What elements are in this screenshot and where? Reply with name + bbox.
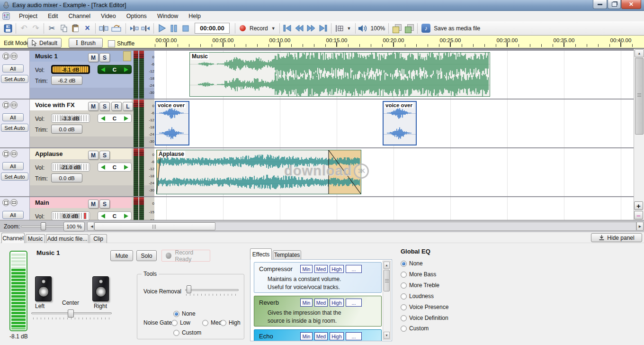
voice-removal-slider-track[interactable] xyxy=(185,289,239,291)
tab-add-music-file[interactable]: Add music file... xyxy=(46,234,89,243)
clip-voice-over-1[interactable]: voice over xyxy=(155,101,189,145)
cut-button[interactable]: ✂ xyxy=(46,22,58,34)
save-button[interactable] xyxy=(2,22,14,34)
clip-music[interactable]: Music xyxy=(189,52,490,97)
effect-med-button[interactable]: Med xyxy=(314,332,328,340)
track-mute-button[interactable]: M xyxy=(88,151,98,160)
eq-loudness-radio[interactable]: Loudness xyxy=(401,293,434,300)
track-mute-button[interactable]: M xyxy=(88,53,98,62)
track-collapse-button[interactable] xyxy=(10,101,18,109)
pan-left-icon[interactable] xyxy=(101,116,105,121)
track-volume-slider[interactable]: 0.0 dB xyxy=(51,211,90,220)
track-all-button[interactable]: All xyxy=(2,211,24,219)
menu-channel[interactable]: Channel xyxy=(63,11,96,21)
effect-min-button[interactable]: Min xyxy=(300,265,313,273)
redo-button[interactable]: ↷ xyxy=(30,22,42,34)
track-title-bar[interactable]: Main xyxy=(29,197,132,208)
brush-mode-button[interactable]: I Brush xyxy=(69,38,103,48)
effect-med-button[interactable]: Med xyxy=(314,299,328,307)
track-collapse-button[interactable] xyxy=(10,199,18,206)
track-all-button[interactable]: All xyxy=(2,162,24,170)
track-expand-button[interactable] xyxy=(2,150,9,157)
noise-gate-none-radio[interactable]: None xyxy=(173,310,196,317)
track-volume-slider[interactable]: -21.0 dB xyxy=(51,163,90,172)
effect-more-button[interactable]: ... xyxy=(346,265,362,273)
noise-gate-med-radio[interactable]: Med xyxy=(202,319,222,326)
pan-right-icon[interactable] xyxy=(124,214,128,218)
hide-panel-button[interactable]: Hide panel xyxy=(591,233,642,242)
split-clip-button[interactable] xyxy=(98,22,109,34)
tab-music[interactable]: Music xyxy=(26,234,45,243)
track-solo-button[interactable]: S xyxy=(99,53,110,62)
pan-left-icon[interactable] xyxy=(101,67,105,72)
effect-high-button[interactable]: High xyxy=(330,299,344,307)
close-button[interactable]: ✕ xyxy=(621,0,641,9)
eq-more-bass-radio[interactable]: More Bass xyxy=(401,271,436,278)
scroll-up-button[interactable]: ▲ xyxy=(384,262,390,269)
voice-removal-slider-handle[interactable] xyxy=(187,285,191,293)
record-ready-toggle[interactable]: Record Ready xyxy=(161,250,210,262)
scroll-down-button[interactable]: ▼ xyxy=(384,332,390,339)
master-volume-button[interactable] xyxy=(358,22,369,34)
tab-clip[interactable]: Clip xyxy=(89,234,107,243)
track-pan-control[interactable]: C xyxy=(98,65,132,74)
effects-scrollbar[interactable]: ▲ ▼ xyxy=(383,261,391,340)
track-trim-button[interactable]: 0.0 dB xyxy=(51,125,82,134)
minimize-button[interactable] xyxy=(593,0,607,9)
tab-templates[interactable]: Templates xyxy=(273,250,301,260)
rewind-button[interactable] xyxy=(294,22,305,34)
scroll-up-button[interactable]: ▲ xyxy=(635,49,644,57)
track-trim-button[interactable]: 0.0 dB xyxy=(51,173,82,182)
track-height-increase-button[interactable]: + xyxy=(634,201,643,210)
menu-video[interactable]: Video xyxy=(96,11,121,21)
track-set-auto-button[interactable]: Set Auto xyxy=(1,172,28,181)
scroll-right-button[interactable]: ▶ xyxy=(636,222,644,231)
default-mode-button[interactable]: Default xyxy=(27,38,62,48)
pause-button[interactable] xyxy=(168,22,179,34)
effect-min-button[interactable]: Min xyxy=(300,299,313,307)
eq-custom-radio[interactable]: Custom xyxy=(401,325,429,332)
track-collapse-button[interactable] xyxy=(10,53,18,60)
record-dropdown-icon[interactable]: ▼ xyxy=(271,26,276,31)
forward-button[interactable] xyxy=(305,22,317,34)
eq-voice-presence-radio[interactable]: Voice Presence xyxy=(401,304,448,310)
pan-left-icon[interactable] xyxy=(101,165,105,170)
track-pan-control[interactable]: C xyxy=(98,211,132,220)
pan-right-icon[interactable] xyxy=(124,116,128,121)
shuffle-checkbox[interactable] xyxy=(108,40,115,47)
stop-button[interactable] xyxy=(179,22,191,34)
noise-gate-high-radio[interactable]: High xyxy=(220,319,241,326)
track-set-auto-button[interactable]: Set Auto xyxy=(1,124,28,132)
track-solo-button[interactable]: S xyxy=(99,200,110,209)
track-collapse-button[interactable] xyxy=(10,150,18,157)
record-button[interactable]: Record xyxy=(250,25,268,32)
zoom-slider-handle[interactable] xyxy=(41,222,46,230)
horizontal-scroll-thumb[interactable] xyxy=(94,222,215,230)
track-solo-button[interactable]: S xyxy=(99,151,110,160)
track-volume-slider[interactable]: -3.3 dB xyxy=(51,114,90,123)
track-lane[interactable]: voice over voice over xyxy=(154,100,634,147)
track-expand-button[interactable] xyxy=(2,199,9,206)
delete-button[interactable]: × xyxy=(81,22,93,34)
clip-voice-over-2[interactable]: voice over xyxy=(383,101,417,145)
effect-reverb[interactable]: Reverb Min Med High ... Gives the impres… xyxy=(254,296,382,327)
track-all-button[interactable]: All xyxy=(2,113,24,121)
track-expand-button[interactable] xyxy=(2,53,9,60)
timeline-horizontal-scrollbar[interactable] xyxy=(94,222,636,231)
pan-right-icon[interactable] xyxy=(124,165,128,170)
track-height-decrease-button[interactable]: – xyxy=(634,211,643,219)
track-all-button[interactable]: All xyxy=(2,64,24,73)
mute-button[interactable]: Mute xyxy=(110,250,133,261)
vertical-scroll-thumb[interactable] xyxy=(635,58,644,135)
eq-none-radio[interactable]: None xyxy=(401,260,423,267)
paste-button[interactable] xyxy=(70,22,81,34)
track-expand-button[interactable] xyxy=(2,101,9,109)
trim-left-button[interactable] xyxy=(128,22,140,34)
track-trim-button[interactable]: -6.2 dB xyxy=(51,76,82,85)
track-lane[interactable] xyxy=(154,197,634,220)
solo-button[interactable]: Solo xyxy=(136,250,157,261)
tab-effects[interactable]: Effects xyxy=(250,248,272,260)
paste-channel-button[interactable] xyxy=(404,24,414,33)
effect-echo[interactable]: Echo Min Med High ... xyxy=(254,329,382,341)
track-set-auto-button[interactable]: Set Auto xyxy=(1,75,28,83)
